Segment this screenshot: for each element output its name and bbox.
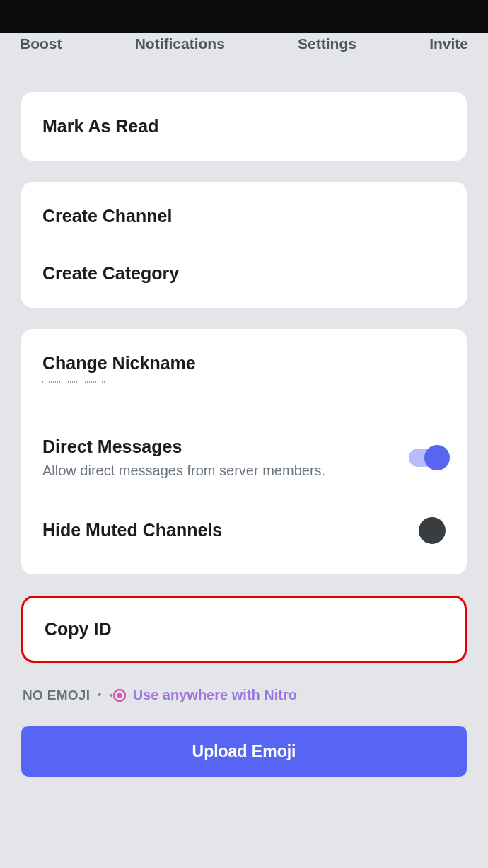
change-nickname-label: Change Nickname bbox=[42, 353, 446, 374]
tab-settings[interactable]: Settings bbox=[298, 35, 356, 52]
direct-messages-row: Direct Messages Allow direct messages fr… bbox=[42, 422, 446, 499]
create-card: Create Channel Create Category bbox=[21, 182, 467, 308]
hide-muted-row: Hide Muted Channels bbox=[42, 499, 446, 560]
direct-messages-title: Direct Messages bbox=[42, 436, 409, 457]
direct-messages-toggle[interactable] bbox=[409, 449, 446, 467]
status-bar bbox=[0, 0, 488, 33]
emoji-footer: NO EMOJI • Use anywhere with Nitro bbox=[21, 687, 467, 703]
nav-tabs: Boost Notifications Settings Invite bbox=[0, 33, 488, 62]
create-category[interactable]: Create Category bbox=[42, 250, 446, 308]
upload-emoji-label: Upload Emoji bbox=[192, 742, 296, 761]
mark-as-read-label: Mark As Read bbox=[42, 116, 446, 137]
tab-invite[interactable]: Invite bbox=[429, 35, 468, 52]
copy-id-label: Copy ID bbox=[45, 619, 443, 640]
nitro-icon bbox=[109, 689, 126, 702]
copy-id[interactable]: Copy ID bbox=[21, 596, 467, 663]
tab-notifications[interactable]: Notifications bbox=[135, 35, 225, 52]
svg-point-1 bbox=[117, 693, 122, 698]
separator-dot: • bbox=[97, 688, 101, 702]
create-category-label: Create Category bbox=[42, 263, 446, 284]
upload-emoji-button[interactable]: Upload Emoji bbox=[21, 726, 467, 777]
settings-card: Change Nickname Direct Messages Allow di… bbox=[21, 329, 467, 574]
no-emoji-label: NO EMOJI bbox=[23, 688, 90, 703]
nickname-underline bbox=[42, 381, 106, 383]
hide-muted-title: Hide Muted Channels bbox=[42, 520, 409, 540]
hide-muted-toggle[interactable] bbox=[409, 521, 446, 540]
direct-messages-sub: Allow direct messages from server member… bbox=[42, 463, 409, 479]
create-channel-label: Create Channel bbox=[42, 206, 446, 226]
create-channel[interactable]: Create Channel bbox=[42, 182, 446, 250]
tab-boost[interactable]: Boost bbox=[20, 35, 62, 52]
nitro-text[interactable]: Use anywhere with Nitro bbox=[133, 687, 297, 703]
change-nickname[interactable]: Change Nickname bbox=[42, 329, 446, 383]
mark-as-read[interactable]: Mark As Read bbox=[21, 92, 467, 161]
